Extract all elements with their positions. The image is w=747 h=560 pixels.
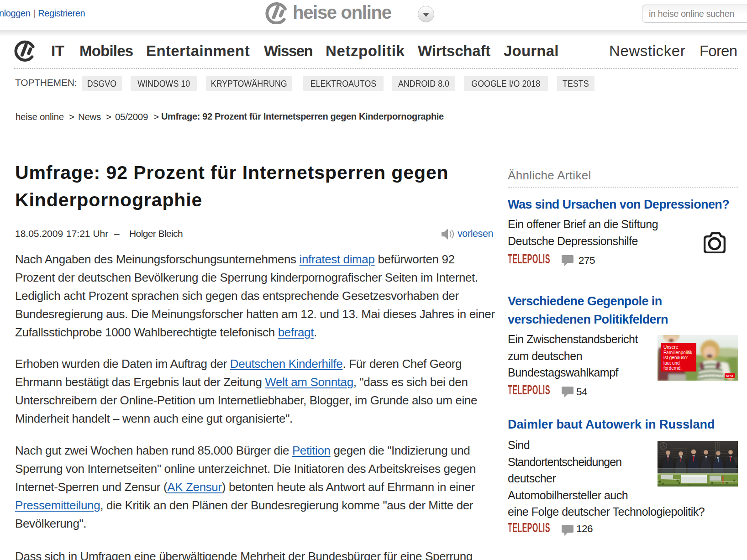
svg-text:laut und: laut und xyxy=(663,361,680,366)
svg-text:Unsere: Unsere xyxy=(663,345,679,350)
svg-text:fordernd.: fordernd. xyxy=(663,366,682,371)
svg-text:ist genauso:: ist genauso: xyxy=(663,355,688,360)
svg-text:SPD: SPD xyxy=(726,374,733,378)
svg-text:Familienpolitik: Familienpolitik xyxy=(663,350,693,355)
svg-text:Zeit für mehr Gerechtigkeit: Zeit für mehr Gerechtigkeit xyxy=(701,375,723,377)
